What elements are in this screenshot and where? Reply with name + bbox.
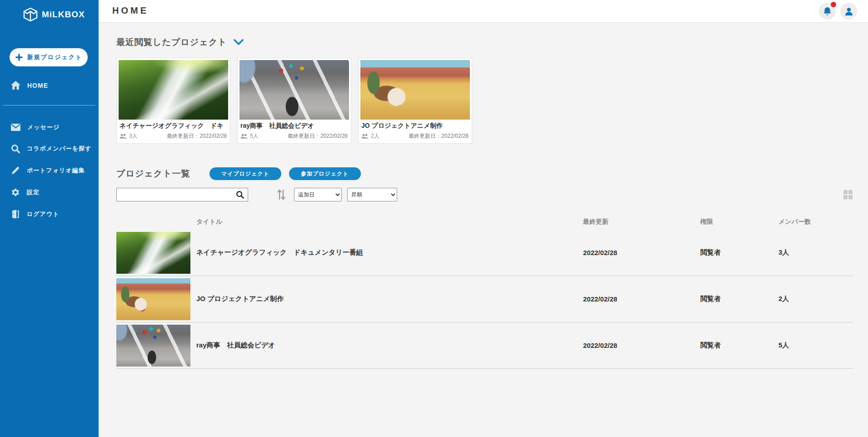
table-row[interactable]: ray商事 社員総会ビデオ 2022/02/28 閲覧者 5人 <box>116 322 853 369</box>
row-members: 2人 <box>778 295 853 303</box>
row-updated: 2022/02/28 <box>583 249 700 256</box>
recent-section-header: 最近閲覧したプロジェクト <box>116 36 853 48</box>
row-members: 3人 <box>778 248 853 257</box>
sort-order-select[interactable]: 昇順 <box>347 188 397 201</box>
recent-section-title: 最近閲覧したプロジェクト <box>116 36 227 48</box>
row-updated: 2022/02/28 <box>583 342 700 349</box>
account-button[interactable] <box>840 3 857 20</box>
sidebar-item-messages-label: メッセージ <box>27 123 60 131</box>
recent-cards: ネイチャージオグラフィック ドキュメンタリー番組 3人 最終更新日：2022/0… <box>116 58 853 144</box>
card-members: 3人 <box>120 132 138 140</box>
sort-arrows-icon <box>276 189 286 201</box>
card-members: 5人 <box>240 132 259 140</box>
members-icon <box>361 134 369 139</box>
top-header: HOME <box>99 0 868 23</box>
sidebar-item-find-collaborators-label: コラボメンバーを探す <box>27 145 91 153</box>
sidebar-item-portfolio-edit[interactable]: ポートフォリオ編集 <box>0 161 99 180</box>
row-thumbnail-nature <box>116 232 190 274</box>
project-card[interactable]: JO プロジェクトアニメ制作 2人 最終更新日：2022/02/28 <box>358 58 472 144</box>
search-box <box>116 188 248 201</box>
sidebar: MiLKBOX 新規プロジェクト HOME メッセージ コラボメンバーを探す ポ… <box>0 0 99 437</box>
notification-badge <box>831 2 836 7</box>
collapse-recent-button[interactable] <box>234 39 244 45</box>
main-content: 最近閲覧したプロジェクト ネイチャージオグラフィック ドキュメンタリー番組 3人… <box>99 23 868 437</box>
grid-view-toggle[interactable] <box>843 190 853 200</box>
project-thumbnail-city <box>239 60 349 120</box>
row-role: 閲覧者 <box>700 248 778 257</box>
sidebar-item-home[interactable]: HOME <box>0 75 99 95</box>
members-icon <box>120 134 127 139</box>
project-card-footer: 3人 最終更新日：2022/02/28 <box>119 131 228 143</box>
app-logo: MiLKBOX <box>0 0 99 22</box>
project-card[interactable]: ray商事 社員総会ビデオ 5人 最終更新日：2022/02/28 <box>237 58 351 144</box>
search-submit-button[interactable] <box>236 190 246 200</box>
project-table: タイトル 最終更新 権限 メンバー数 ネイチャージオグラフィック ドキュメンタリ… <box>116 214 853 369</box>
card-member-count: 2人 <box>371 132 379 140</box>
row-title: JO プロジェクトアニメ制作 <box>196 295 583 303</box>
sidebar-item-settings-label: 設定 <box>27 188 40 196</box>
row-title: ネイチャージオグラフィック ドキュメンタリー番組 <box>196 248 583 257</box>
sidebar-item-logout[interactable]: ログアウト <box>0 205 99 224</box>
project-list-header: プロジェクト一覧 マイプロジェクト 参加プロジェクト <box>116 167 853 180</box>
table-row[interactable]: JO プロジェクトアニメ制作 2022/02/28 閲覧者 2人 <box>116 276 853 322</box>
row-role: 閲覧者 <box>700 341 778 350</box>
sort-field-select[interactable]: 追加日 <box>294 188 342 201</box>
filter-row: 追加日 昇順 <box>116 188 853 201</box>
row-thumbnail-city <box>116 325 190 367</box>
table-header-row: タイトル 最終更新 権限 メンバー数 <box>116 214 853 230</box>
search-icon <box>11 144 20 153</box>
sidebar-item-find-collaborators[interactable]: コラボメンバーを探す <box>0 139 99 158</box>
sidebar-menu: メッセージ コラボメンバーを探す ポートフォリオ編集 設定 ログアウト <box>0 118 99 224</box>
members-icon <box>240 134 248 139</box>
table-row[interactable]: ネイチャージオグラフィック ドキュメンタリー番組 2022/02/28 閲覧者 … <box>116 230 853 276</box>
project-thumbnail-anime <box>360 60 470 120</box>
project-list-title: プロジェクト一覧 <box>116 168 190 180</box>
gear-icon <box>11 188 20 197</box>
card-member-count: 5人 <box>250 132 259 140</box>
row-role: 閲覧者 <box>700 295 778 303</box>
home-icon <box>11 81 20 90</box>
column-header-updated: 最終更新 <box>583 218 700 226</box>
row-members: 5人 <box>778 341 853 350</box>
sidebar-divider <box>3 105 95 105</box>
row-thumbnail-anime <box>116 278 190 320</box>
envelope-icon <box>11 124 20 131</box>
plus-icon <box>15 53 23 61</box>
project-thumbnail-nature <box>119 60 228 120</box>
row-title: ray商事 社員総会ビデオ <box>196 341 583 350</box>
new-project-button[interactable]: 新規プロジェクト <box>10 48 88 66</box>
card-updated: 最終更新日：2022/02/28 <box>409 132 469 140</box>
sidebar-item-messages[interactable]: メッセージ <box>0 118 99 136</box>
column-header-members: メンバー数 <box>778 218 853 226</box>
notifications-button[interactable] <box>819 3 836 20</box>
project-card-footer: 2人 最終更新日：2022/02/28 <box>360 131 470 143</box>
tab-my-projects[interactable]: マイプロジェクト <box>210 167 281 180</box>
card-members: 2人 <box>361 132 379 140</box>
tab-joined-projects[interactable]: 参加プロジェクト <box>289 167 361 180</box>
project-card-footer: 5人 最終更新日：2022/02/28 <box>239 131 349 143</box>
row-updated: 2022/02/28 <box>583 295 700 303</box>
grid-icon <box>843 190 853 200</box>
card-updated: 最終更新日：2022/02/28 <box>288 132 348 140</box>
card-updated: 最終更新日：2022/02/28 <box>167 132 227 140</box>
logout-door-icon <box>11 210 20 219</box>
sidebar-item-portfolio-edit-label: ポートフォリオ編集 <box>27 166 85 175</box>
sort-direction-toggle[interactable] <box>276 189 286 201</box>
header-icons <box>819 3 857 20</box>
project-card[interactable]: ネイチャージオグラフィック ドキュメンタリー番組 3人 最終更新日：2022/0… <box>116 58 230 144</box>
card-member-count: 3人 <box>129 132 138 140</box>
column-header-title: タイトル <box>196 218 583 226</box>
search-icon <box>236 191 244 199</box>
pencil-icon <box>11 166 20 175</box>
milkbox-cube-icon <box>23 7 38 22</box>
sidebar-item-home-label: HOME <box>27 82 48 89</box>
user-icon <box>844 7 853 16</box>
bell-icon <box>823 7 832 16</box>
new-project-label: 新規プロジェクト <box>27 53 83 61</box>
sidebar-item-settings[interactable]: 設定 <box>0 183 99 202</box>
sidebar-item-logout-label: ログアウト <box>27 210 60 218</box>
chevron-down-icon <box>234 39 244 45</box>
app-title: MiLKBOX <box>42 10 85 20</box>
search-input[interactable] <box>116 188 248 201</box>
page-title: HOME <box>112 5 149 16</box>
